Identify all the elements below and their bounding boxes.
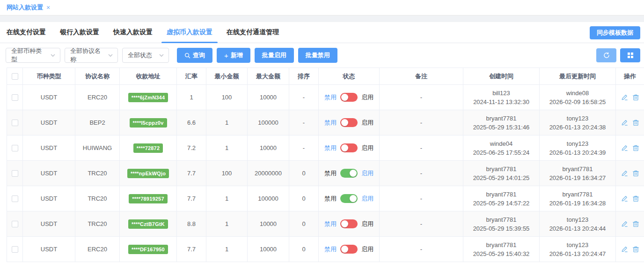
created-at: 2025-05-29 14:57:22: [463, 199, 539, 208]
receive-address-badge: ****72872: [133, 143, 163, 153]
row-checkbox[interactable]: [12, 145, 18, 151]
created-at: 2024-11-12 13:32:30: [463, 98, 539, 106]
edit-icon[interactable]: [621, 94, 628, 101]
edit-icon[interactable]: [621, 195, 628, 202]
edit-icon[interactable]: [621, 144, 628, 151]
delete-icon[interactable]: [632, 170, 639, 177]
updated-at: 2026-01-13 20:24:38: [540, 123, 615, 132]
open-tabs-bar: 网站入款设置 ×: [0, 0, 644, 15]
tab-在线支付通道管理[interactable]: 在线支付通道管理: [220, 28, 286, 43]
tab-银行入款设置[interactable]: 银行入款设置: [53, 28, 106, 43]
chevron-down-icon: [50, 53, 56, 58]
status-toggle[interactable]: [340, 118, 358, 127]
cell-sort-order: -: [289, 85, 319, 110]
cell-currency-type: USDT: [23, 186, 75, 211]
updated-by: bryant7781: [540, 165, 615, 173]
toolbar-right: [596, 48, 640, 62]
currency-type-select[interactable]: 全部币种类型: [6, 48, 60, 63]
tab-虚拟币入款设置[interactable]: 虚拟币入款设置: [160, 28, 220, 43]
cell-exchange-rate: 6.6: [177, 110, 206, 135]
table-row: USDT TRC20 ****npEkWQjo 7.7 100 20000000…: [7, 161, 644, 186]
add-button[interactable]: + 新增: [217, 48, 250, 63]
page-gap: [0, 15, 644, 22]
select-all-checkbox[interactable]: [12, 73, 18, 80]
cell-remark: -: [380, 161, 463, 186]
delete-icon[interactable]: [632, 119, 639, 126]
tab-快速入款设置[interactable]: 快速入款设置: [106, 28, 160, 43]
status-select-value: 全部状态: [128, 51, 152, 60]
updated-at: 2026-01-13 20:24:44: [540, 224, 615, 233]
edit-icon[interactable]: [621, 119, 628, 126]
chevron-down-icon: [108, 53, 113, 58]
toggle-knob: [341, 144, 348, 151]
delete-icon[interactable]: [632, 220, 639, 227]
status-toggle[interactable]: [340, 245, 358, 254]
status-toggle[interactable]: [340, 93, 358, 102]
refresh-icon: [603, 52, 610, 59]
delete-icon[interactable]: [632, 246, 639, 253]
status-toggle[interactable]: [340, 169, 358, 178]
cell-sort-order: 0: [289, 186, 319, 211]
row-checkbox[interactable]: [12, 246, 18, 253]
column-header: 币种类型: [23, 68, 75, 85]
cell-exchange-rate: 7.2: [177, 135, 206, 161]
cell-protocol-name: TRC20: [75, 186, 120, 211]
table-body: USDT ERC20 ****6jZmN344 1 100 10000 - 禁用…: [7, 85, 644, 262]
row-checkbox[interactable]: [12, 120, 18, 126]
created-at: 2025-06-25 17:55:24: [463, 148, 539, 157]
table-header-row: 币种类型协议名称收款地址汇率最小金额最大金额排序状态备注创建时间最后更新时间操作: [7, 68, 644, 85]
cell-min-amount: 1: [206, 110, 248, 135]
status-cell: 禁用 启用: [319, 169, 379, 178]
status-cell: 禁用 启用: [319, 93, 379, 102]
created-by: bill123: [463, 89, 539, 98]
edit-icon[interactable]: [621, 246, 628, 253]
row-checkbox[interactable]: [12, 195, 18, 202]
column-header: 最后更新时间: [540, 68, 616, 85]
page-tag-label: 网站入款设置: [7, 3, 43, 12]
status-select[interactable]: 全部状态: [122, 48, 169, 63]
status-toggle[interactable]: [340, 219, 358, 228]
row-checkbox[interactable]: [12, 170, 18, 177]
created-by: bryant7781: [463, 114, 539, 123]
cell-sort-order: -: [289, 135, 319, 161]
table-row: USDT HUIWANG ****72872 7.2 1 10000 - 禁用 …: [7, 135, 644, 161]
row-checkbox[interactable]: [12, 94, 18, 101]
batch-enable-button[interactable]: 批量启用: [255, 48, 294, 63]
cell-min-amount: 100: [206, 85, 248, 110]
refresh-button[interactable]: [596, 48, 616, 62]
disable-label: 禁用: [324, 245, 337, 254]
toggle-knob: [350, 170, 357, 177]
row-actions: [616, 220, 644, 227]
toggle-knob: [350, 195, 357, 202]
sync-template-button[interactable]: 同步模板数据: [590, 26, 640, 39]
status-toggle[interactable]: [340, 143, 358, 152]
row-checkbox[interactable]: [12, 221, 18, 227]
status-toggle[interactable]: [340, 194, 358, 203]
status-cell: 禁用 启用: [319, 194, 379, 203]
delete-icon[interactable]: [632, 94, 639, 101]
created-at: 2025-05-29 15:39:55: [463, 224, 539, 233]
row-actions: [616, 246, 644, 253]
close-icon[interactable]: ×: [46, 4, 50, 11]
tab-在线支付设置[interactable]: 在线支付设置: [6, 28, 53, 43]
batch-disable-button[interactable]: 批量禁用: [298, 48, 337, 63]
search-button[interactable]: 查询: [177, 48, 212, 63]
receive-address-badge: ****DF167950: [128, 245, 168, 254]
edit-icon[interactable]: [621, 170, 628, 177]
cell-max-amount: 100000: [248, 110, 289, 135]
cell-currency-type: USDT: [23, 85, 75, 110]
status-cell: 禁用 启用: [319, 143, 379, 152]
receive-address-badge: ****CztB7GtK: [128, 219, 168, 229]
delete-icon[interactable]: [632, 144, 639, 151]
tabs: 在线支付设置银行入款设置快速入款设置虚拟币入款设置在线支付通道管理: [6, 28, 286, 43]
edit-icon[interactable]: [621, 220, 628, 227]
delete-icon[interactable]: [632, 195, 639, 202]
column-header: 收款地址: [120, 68, 177, 85]
page-tag[interactable]: 网站入款设置 ×: [7, 3, 50, 12]
search-button-label: 查询: [193, 51, 205, 60]
protocol-name-select[interactable]: 全部协议名称: [65, 48, 118, 63]
updated-at: 2026-01-19 16:34:28: [540, 199, 615, 208]
created-by: bryant7781: [463, 240, 539, 249]
disable-label: 禁用: [324, 195, 337, 203]
grid-columns-button[interactable]: [620, 48, 640, 62]
